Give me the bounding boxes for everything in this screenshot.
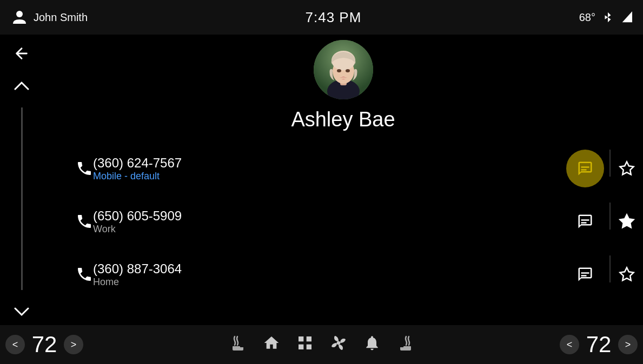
left-temp-increase[interactable]: > [64,335,83,354]
status-right: 68° [579,11,632,24]
heat-seat-right-button[interactable] [397,334,414,355]
svg-marker-1 [622,11,632,22]
call-button-1[interactable]: (360) 624-7567 Mobile - default [93,156,182,182]
time-display: 7:43 PM [305,9,361,25]
main-area: Ashley Bae (360) 624-7567 Mobile - defau… [0,35,643,325]
scroll-down-button[interactable] [8,298,35,325]
svg-rect-20 [299,336,303,341]
bluetooth-icon [602,11,614,23]
bell-icon [363,334,381,352]
chat-icon-2 [577,213,593,230]
svg-point-9 [346,69,350,72]
nav-icons [229,334,414,355]
phone-call-icon-1 [76,160,93,177]
user-name: John Smith [34,11,88,24]
phone-number-1: (360) 624-7567 [93,156,182,171]
temperature-display: 68° [579,11,595,24]
svg-rect-23 [306,344,311,349]
favorite-button-2[interactable] [611,205,643,238]
phone-list: (360) 624-7567 Mobile - default [43,131,643,301]
star-icon-3 [619,266,635,282]
message-button-3[interactable] [566,255,604,293]
svg-marker-12 [620,162,634,175]
call-button-2[interactable]: (650) 605-5909 Work [93,208,182,235]
phone-type-2: Work [93,224,182,235]
left-temp-decrease[interactable]: < [5,335,25,354]
grid-icon [296,334,314,352]
fan-icon [330,334,347,352]
contact-avatar [314,40,373,99]
status-bar: John Smith 7:43 PM 68° [0,0,643,35]
call-button-3[interactable]: (360) 887-3064 Home [93,261,182,288]
heat-seat-left-icon [229,334,247,352]
home-icon [263,334,280,352]
message-button-1[interactable] [566,150,604,187]
heat-seat-right-icon [397,334,414,352]
chat-icon-3 [577,266,593,282]
status-left: John Smith [11,9,88,26]
home-button[interactable] [263,334,280,355]
svg-marker-18 [620,268,634,281]
clock: 7:43 PM [305,9,361,26]
right-decrease-label: < [567,339,573,350]
fan-button[interactable] [330,334,347,355]
star-icon-2 [619,213,635,230]
svg-rect-21 [306,336,311,341]
phone-item-2: (650) 605-5909 Work [76,195,643,248]
person-icon [11,9,28,26]
svg-point-24 [336,341,340,345]
phone-type-3: Home [93,277,182,288]
phone-number-3: (360) 887-3064 [93,261,182,277]
message-button-2[interactable] [566,203,604,240]
row-actions-1 [566,150,643,187]
back-button[interactable] [8,40,35,67]
right-temp-increase[interactable]: > [618,335,638,354]
svg-rect-11 [581,169,587,171]
svg-rect-16 [581,272,589,274]
row-actions-3 [566,255,643,293]
svg-rect-17 [581,275,587,277]
svg-rect-19 [233,346,240,348]
svg-marker-15 [620,215,634,228]
left-temp-control: < 72 > [5,332,83,358]
favorite-button-1[interactable] [611,152,643,185]
right-temp-value: 72 [582,332,615,358]
svg-rect-14 [581,222,587,224]
svg-rect-13 [581,219,589,221]
star-icon-1 [619,160,635,177]
phone-item-3: (360) 887-3064 Home [76,248,643,301]
right-temp-decrease[interactable]: < [560,335,579,354]
left-decrease-label: < [12,339,18,350]
right-temp-control: < 72 > [560,332,638,358]
left-temp-value: 72 [28,332,61,358]
phone-call-icon-2 [76,213,93,230]
bell-button[interactable] [363,334,381,355]
svg-rect-25 [403,346,411,348]
svg-rect-22 [299,344,303,349]
sidebar-divider [21,107,23,290]
svg-point-8 [337,69,341,72]
bottom-bar: < 72 > [0,325,643,364]
contact-area: Ashley Bae (360) 624-7567 Mobile - defau… [43,35,643,325]
phone-number-2: (650) 605-5909 [93,208,182,224]
row-actions-2 [566,203,643,240]
right-increase-label: > [625,339,631,350]
left-increase-label: > [71,339,77,350]
phone-call-icon-3 [76,266,93,283]
scroll-up-button[interactable] [8,72,35,99]
sidebar [0,35,43,325]
heat-seat-left-button[interactable] [229,334,247,355]
svg-point-0 [16,11,23,17]
contact-name: Ashley Bae [291,108,395,131]
grid-button[interactable] [296,334,314,355]
signal-icon [620,11,632,23]
chat-icon-1 [577,160,593,177]
favorite-button-3[interactable] [611,258,643,291]
phone-item-1: (360) 624-7567 Mobile - default [76,142,643,195]
svg-rect-10 [581,166,589,168]
phone-type-1: Mobile - default [93,171,182,182]
